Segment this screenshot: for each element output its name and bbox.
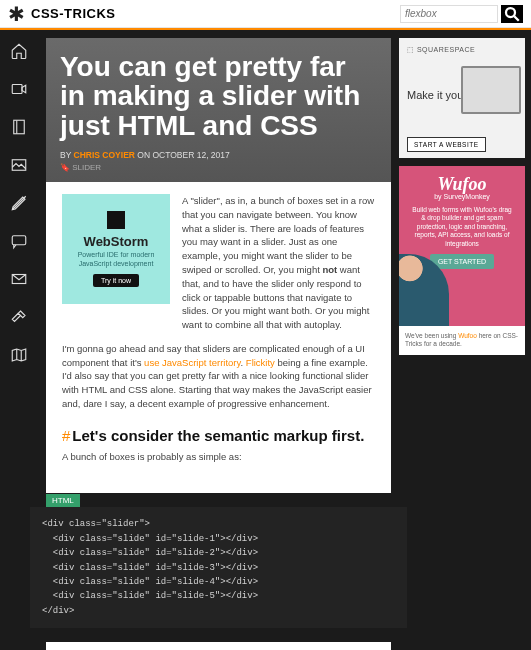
wufoo-note: We've been using Wufoo here on CSS-Trick… xyxy=(399,326,525,355)
monitor-graphic xyxy=(461,66,521,114)
byline: BY CHRIS COYIER ON OCTOBER 12, 2017 xyxy=(60,150,377,160)
search-button[interactable] xyxy=(501,5,523,23)
link-flickity[interactable]: Flickity xyxy=(246,357,275,368)
nav-videos[interactable] xyxy=(8,78,30,100)
code-line: <div class="slide" id="slide-3"></div> xyxy=(42,561,395,575)
mail-icon xyxy=(10,270,28,288)
search-icon xyxy=(503,5,521,23)
wufoo-title: Wufoo xyxy=(407,174,517,195)
article-title: You can get pretty far in making a slide… xyxy=(60,52,377,140)
ad-squarespace[interactable]: ⬚ SQUARESPACE Make it your own. START A … xyxy=(399,38,525,158)
code-block: <div class="slider"> <div class="slide" … xyxy=(30,507,407,628)
squarespace-button[interactable]: START A WEBSITE xyxy=(407,137,486,152)
svg-rect-2 xyxy=(12,85,22,94)
webstorm-subtitle: Powerful IDE for modern JavaScript devel… xyxy=(68,251,164,268)
wufoo-button[interactable]: GET STARTED xyxy=(430,254,494,269)
article-hero: You can get pretty far in making a slide… xyxy=(46,38,391,182)
nav-home[interactable] xyxy=(8,40,30,62)
image-icon xyxy=(10,156,28,174)
video-icon xyxy=(10,80,28,98)
wufoo-subtitle: by SurveyMonkey xyxy=(407,193,517,200)
logo[interactable]: ✱ CSS-TRICKS xyxy=(8,2,115,26)
svg-point-0 xyxy=(506,8,515,17)
nav-forums[interactable] xyxy=(8,230,30,252)
ruler-icon xyxy=(10,194,28,212)
hash-icon[interactable]: # xyxy=(62,427,70,444)
author-link[interactable]: CHRIS COYIER xyxy=(74,150,135,160)
map-icon xyxy=(10,346,28,364)
ad-wufoo-wrap: Wufoo by SurveyMonkey Build web forms wi… xyxy=(399,166,525,355)
code-line: <div class="slide" id="slide-4"></div> xyxy=(42,575,395,589)
svg-rect-3 xyxy=(14,120,25,134)
code-line: <div class="slide" id="slide-5"></div> xyxy=(42,589,395,603)
logo-icon: ✱ xyxy=(8,2,25,26)
wufoo-body: Build web forms with Wufoo's drag & drop… xyxy=(407,206,517,248)
nav-jobs[interactable] xyxy=(8,306,30,328)
ad-webstorm[interactable]: WebStorm Powerful IDE for modern JavaScr… xyxy=(62,194,170,304)
intro-paragraph: A "slider", as in, a bunch of boxes set … xyxy=(182,194,375,332)
squarespace-brand: ⬚ SQUARESPACE xyxy=(407,46,517,54)
sidebar-ads: ⬚ SQUARESPACE Make it your own. START A … xyxy=(399,30,531,650)
chat-icon xyxy=(10,232,28,250)
code-line: <div class="slider"> xyxy=(42,517,395,531)
code-label: HTML xyxy=(46,494,80,507)
nav-newsletter[interactable] xyxy=(8,268,30,290)
nav-gallery[interactable] xyxy=(8,154,30,176)
search xyxy=(400,5,523,23)
hammer-icon xyxy=(10,308,28,326)
link-js-territory[interactable]: use JavaScript territory xyxy=(144,357,240,368)
paragraph-2: I'm gonna go ahead and say that sliders … xyxy=(62,342,375,411)
nav-almanac[interactable] xyxy=(8,116,30,138)
paragraph-3: A bunch of boxes is probably as simple a… xyxy=(62,450,375,464)
nav-snippets[interactable] xyxy=(8,192,30,214)
book-icon xyxy=(10,118,28,136)
wufoo-note-link[interactable]: Wufoo xyxy=(458,332,477,339)
code-line: </div> xyxy=(42,604,395,618)
article-body: WebStorm Powerful IDE for modern JavaScr… xyxy=(46,182,391,493)
svg-rect-6 xyxy=(12,236,26,245)
webstorm-title: WebStorm xyxy=(84,234,149,249)
article-tags: 🔖 SLIDER xyxy=(60,163,377,172)
nav-guides[interactable] xyxy=(8,344,30,366)
tag-slider[interactable]: SLIDER xyxy=(72,163,101,172)
home-icon xyxy=(10,42,28,60)
svg-line-1 xyxy=(514,16,519,21)
code-line: <div class="slide" id="slide-2"></div> xyxy=(42,546,395,560)
webstorm-logo-icon xyxy=(107,211,125,229)
heading-semantic-markup: #Let's consider the semantic markup firs… xyxy=(62,427,375,444)
logo-text: CSS-TRICKS xyxy=(31,6,115,21)
webstorm-button[interactable]: Try it now xyxy=(93,274,139,287)
ad-wufoo[interactable]: Wufoo by SurveyMonkey Build web forms wi… xyxy=(399,166,525,326)
code-line: <div class="slide" id="slide-1"></div> xyxy=(42,532,395,546)
search-input[interactable] xyxy=(400,5,498,23)
top-bar: ✱ CSS-TRICKS xyxy=(0,0,531,28)
